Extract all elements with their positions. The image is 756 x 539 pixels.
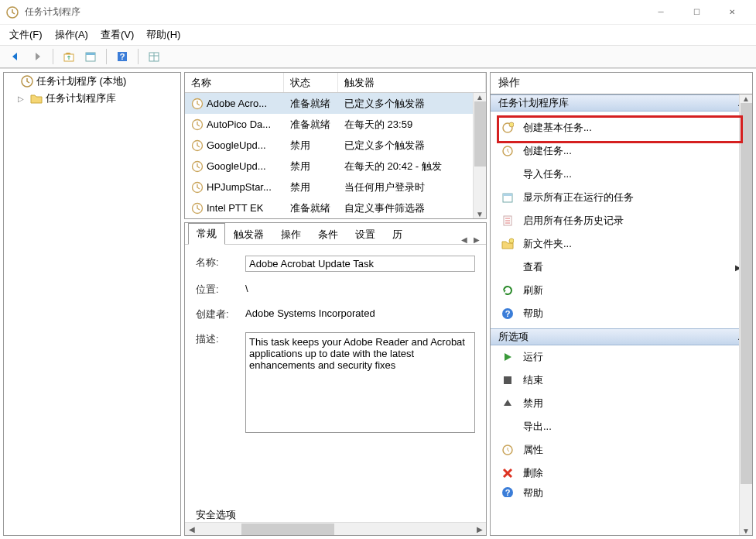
task-row[interactable]: Adobe Acro...准备就绪已定义多个触发器 bbox=[185, 93, 486, 114]
menu-bar: 文件(F) 操作(A) 查看(V) 帮助(H) bbox=[0, 25, 756, 45]
action-label: 创建任务... bbox=[523, 144, 572, 158]
window-controls: ─ ☐ ✕ bbox=[643, 1, 750, 24]
action-show-running[interactable]: 显示所有正在运行的任务 bbox=[491, 186, 752, 209]
menu-action[interactable]: 操作(A) bbox=[55, 28, 88, 42]
action-label: 删除 bbox=[523, 466, 543, 480]
maximize-button[interactable]: ☐ bbox=[679, 1, 714, 24]
action-delete[interactable]: 删除 bbox=[491, 462, 752, 485]
action-refresh[interactable]: 刷新 bbox=[491, 279, 752, 302]
location-label: 位置: bbox=[196, 283, 245, 297]
detail-panel: 常规 触发器 操作 条件 设置 历 ◀ ▶ 名称: 位置: \ bbox=[184, 222, 487, 536]
description-label: 描述: bbox=[196, 332, 245, 346]
task-list-scrollbar[interactable]: ▲▼ bbox=[473, 93, 486, 218]
menu-view[interactable]: 查看(V) bbox=[101, 28, 134, 42]
svg-text:?: ? bbox=[505, 309, 511, 318]
calendar-button[interactable] bbox=[81, 47, 100, 66]
section-library-header[interactable]: 任务计划程序库 ▲ bbox=[491, 94, 752, 112]
action-run[interactable]: 运行 bbox=[491, 345, 752, 369]
tab-general[interactable]: 常规 bbox=[188, 223, 225, 245]
task-list-header: 名称 状态 触发器 bbox=[185, 73, 486, 93]
action-import-task[interactable]: 导入任务... bbox=[491, 163, 752, 186]
action-new-folder[interactable]: 新文件夹... bbox=[491, 232, 752, 256]
tree-root-label: 任务计划程序 (本地) bbox=[36, 74, 126, 88]
toolbar: ? bbox=[0, 45, 756, 68]
action-help[interactable]: ? 帮助 bbox=[491, 302, 752, 325]
task-row[interactable]: GoogleUpd...禁用已定义多个触发器 bbox=[185, 135, 486, 156]
close-button[interactable]: ✕ bbox=[714, 1, 750, 24]
task-row[interactable]: AutoPico Da...准备就绪在每天的 23:59 bbox=[185, 114, 486, 135]
svg-point-22 bbox=[509, 239, 514, 243]
help-icon: ? bbox=[501, 486, 514, 497]
detail-body: 名称: 位置: \ 创建者: Adobe Systems Incorporate… bbox=[185, 245, 486, 522]
tree-toggle-icon[interactable]: ▷ bbox=[18, 94, 27, 103]
section-library-label: 任务计划程序库 bbox=[498, 96, 569, 110]
name-field[interactable] bbox=[245, 256, 475, 272]
action-properties[interactable]: 属性 bbox=[491, 438, 752, 462]
action-enable-history[interactable]: 启用所有任务历史记录 bbox=[491, 209, 752, 232]
description-field[interactable]: This task keeps your Adobe Reader and Ac… bbox=[245, 332, 475, 433]
action-label: 属性 bbox=[523, 443, 543, 457]
tab-scroll-left-icon[interactable]: ◀ bbox=[458, 235, 470, 244]
new-folder-icon bbox=[501, 238, 514, 250]
tab-conditions[interactable]: 条件 bbox=[310, 224, 347, 245]
separator bbox=[106, 49, 107, 64]
help-icon: ? bbox=[501, 307, 514, 320]
svg-text:?: ? bbox=[505, 488, 511, 497]
actions-scrollbar[interactable]: ▲▼ bbox=[739, 94, 752, 535]
tab-settings[interactable]: 设置 bbox=[347, 224, 384, 245]
section-selected-header[interactable]: 所选项 ▲ bbox=[491, 328, 752, 345]
action-disable[interactable]: 禁用 bbox=[491, 392, 752, 415]
forward-button[interactable] bbox=[28, 47, 46, 66]
col-trigger[interactable]: 触发器 bbox=[338, 73, 486, 92]
end-icon bbox=[501, 374, 514, 386]
col-state[interactable]: 状态 bbox=[284, 73, 338, 92]
history-icon bbox=[501, 215, 514, 227]
svg-text:?: ? bbox=[120, 52, 125, 61]
task-state: 禁用 bbox=[284, 158, 338, 175]
task-row[interactable]: GoogleUpd...禁用在每天的 20:42 - 触发 bbox=[185, 156, 486, 177]
action-label: 启用所有任务历史记录 bbox=[523, 214, 624, 228]
menu-help[interactable]: 帮助(H) bbox=[146, 28, 180, 42]
minimize-button[interactable]: ─ bbox=[643, 1, 679, 24]
task-state: 准备就绪 bbox=[284, 200, 338, 217]
action-create-basic-task[interactable]: 创建基本任务... bbox=[491, 116, 752, 139]
action-end[interactable]: 结束 bbox=[491, 369, 752, 392]
action-label: 运行 bbox=[523, 350, 543, 364]
menu-file[interactable]: 文件(F) bbox=[9, 28, 43, 42]
action-view-submenu[interactable]: 查看 ▶ bbox=[491, 256, 752, 279]
tab-history[interactable]: 历 bbox=[384, 224, 411, 245]
delete-icon bbox=[501, 467, 514, 479]
task-row[interactable]: Intel PTT EK准备就绪自定义事件筛选器 bbox=[185, 197, 486, 218]
action-help2[interactable]: ? 帮助 bbox=[491, 485, 752, 497]
task-clock-icon bbox=[191, 181, 204, 194]
actions-panel: 操作 任务计划程序库 ▲ 创建基本任务... 创建任务... 导入任务... 显 bbox=[490, 72, 753, 536]
disable-icon bbox=[501, 397, 514, 410]
task-clock-icon bbox=[191, 139, 204, 152]
back-button[interactable] bbox=[6, 47, 25, 66]
properties-icon bbox=[501, 444, 514, 456]
folder-icon bbox=[30, 92, 43, 105]
action-label: 禁用 bbox=[523, 397, 543, 410]
task-state: 准备就绪 bbox=[284, 95, 338, 112]
task-name: AutoPico Da... bbox=[207, 118, 271, 130]
tree-root-item[interactable]: 任务计划程序 (本地) bbox=[4, 73, 180, 90]
help-button[interactable]: ? bbox=[113, 47, 132, 66]
task-name: HPJumpStar... bbox=[207, 181, 272, 193]
separator bbox=[53, 49, 53, 64]
tab-actions[interactable]: 操作 bbox=[272, 224, 310, 245]
col-name[interactable]: 名称 bbox=[185, 73, 284, 92]
tab-scroll-right-icon[interactable]: ▶ bbox=[470, 235, 483, 244]
blank-icon bbox=[501, 261, 514, 273]
tree-library-label: 任务计划程序库 bbox=[46, 91, 116, 105]
action-export[interactable]: 导出... bbox=[491, 415, 752, 438]
tree-library-item[interactable]: ▷ 任务计划程序库 bbox=[4, 90, 180, 107]
task-row[interactable]: HPJumpStar...禁用当任何用户登录时 bbox=[185, 177, 486, 197]
action-create-task[interactable]: 创建任务... bbox=[491, 139, 752, 163]
actions-panel-title: 操作 bbox=[491, 73, 752, 94]
title-bar: 任务计划程序 ─ ☐ ✕ bbox=[0, 0, 756, 25]
task-trigger: 当任何用户登录时 bbox=[338, 179, 486, 196]
tab-triggers[interactable]: 触发器 bbox=[225, 224, 272, 245]
layout-button[interactable] bbox=[145, 47, 163, 66]
up-level-button[interactable] bbox=[60, 47, 78, 66]
detail-h-scrollbar[interactable]: ◀ ▶ bbox=[185, 522, 486, 535]
